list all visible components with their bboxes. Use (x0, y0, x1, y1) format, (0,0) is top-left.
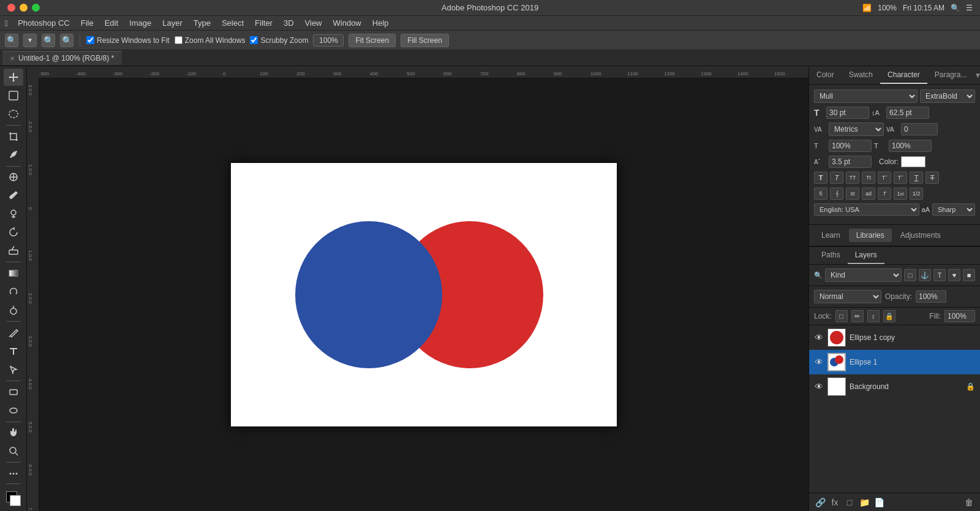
learn-tab[interactable]: Learn (814, 229, 848, 242)
fill-screen-button[interactable]: Fill Screen (401, 34, 449, 47)
eraser-tool[interactable] (4, 242, 23, 259)
menu-select[interactable]: Select (217, 17, 249, 29)
layer-item-background[interactable]: 👁 Background 🔒 (809, 374, 980, 399)
healing-brush-tool[interactable] (4, 169, 23, 186)
menu-view[interactable]: View (300, 17, 327, 29)
ordinal-icon[interactable]: ad (862, 187, 875, 200)
more-tools[interactable] (4, 465, 23, 482)
menu-3d[interactable]: 3D (279, 17, 299, 29)
fit-screen-button[interactable]: Fit Screen (349, 34, 396, 47)
bold-icon[interactable]: T (814, 172, 827, 184)
search-icon[interactable]: 🔍 (951, 4, 960, 12)
layer-item-ellipse1copy[interactable]: 👁 Ellipse 1 copy (809, 325, 980, 350)
tracking-method-select[interactable]: Metrics (829, 123, 884, 136)
scale-v-input[interactable] (889, 140, 932, 152)
brush-tool[interactable] (4, 187, 23, 204)
zoom-dropdown-icon[interactable]: ▼ (23, 34, 37, 47)
language-select[interactable]: English: USA (814, 203, 919, 216)
font-size-input[interactable] (826, 107, 869, 119)
subscript-icon[interactable]: Tˇ (894, 172, 907, 184)
menu-layer[interactable]: Layer (157, 17, 187, 29)
italic-icon[interactable]: T (830, 172, 843, 184)
lock-all-icon[interactable]: 🔒 (883, 310, 895, 322)
crop-tool[interactable] (4, 128, 23, 145)
resize-windows-checkbox[interactable]: Resize Windows to Fit (86, 36, 170, 45)
ellipse-tool[interactable] (4, 402, 23, 419)
oldstyle-icon[interactable]: st (846, 187, 859, 200)
history-brush-tool[interactable] (4, 224, 23, 241)
type-tool[interactable] (4, 343, 23, 360)
apple-menu[interactable]:  (5, 18, 8, 28)
filter-adjust-icon[interactable]: ⚓ (919, 269, 931, 281)
maximize-button[interactable] (32, 4, 40, 12)
menu-icon[interactable]: ☰ (966, 4, 973, 12)
menu-filter[interactable]: Filter (250, 17, 277, 29)
delete-layer-icon[interactable]: 🗑 (963, 496, 975, 509)
menu-window[interactable]: Window (328, 17, 366, 29)
menu-image[interactable]: Image (124, 17, 156, 29)
zoom-in-icon[interactable]: 🔍 (42, 34, 55, 47)
zoom-out-icon[interactable]: 🔍 (60, 34, 74, 47)
clone-stamp-tool[interactable] (4, 205, 23, 222)
menu-photoshop[interactable]: Photoshop CC (13, 17, 75, 29)
blur-tool[interactable] (4, 283, 23, 300)
filter-shape-icon[interactable]: ♥ (948, 269, 960, 281)
filter-pixel-icon[interactable]: □ (904, 269, 916, 281)
tab-swatch[interactable]: Swatch (842, 67, 880, 84)
filter-kind-select[interactable]: Kind (825, 268, 902, 282)
layer-visibility-background[interactable]: 👁 (814, 382, 824, 392)
smallcaps-icon[interactable]: Tt (862, 172, 875, 184)
document-tab[interactable]: ✕ Untitled-1 @ 100% (RGB/8) * (2, 51, 122, 65)
leading-input[interactable] (886, 107, 929, 119)
tab-paragraph[interactable]: Paragra... (927, 67, 974, 84)
new-layer-icon[interactable]: 📄 (873, 496, 885, 509)
menu-type[interactable]: Type (189, 17, 216, 29)
swash-icon[interactable]: T (878, 187, 891, 200)
zoom-tool[interactable] (4, 442, 23, 460)
zoom-all-windows-checkbox[interactable]: Zoom All Windows (175, 36, 246, 45)
tab-character[interactable]: Character (880, 67, 927, 84)
scrubby-zoom-checkbox[interactable]: Scrubby Zoom (250, 36, 308, 45)
adjustments-tab[interactable]: Adjustments (893, 229, 948, 242)
layer-visibility-ellipse1[interactable]: 👁 (814, 357, 824, 367)
underline-icon[interactable]: T (910, 172, 923, 184)
eyedropper-tool[interactable] (4, 146, 23, 164)
ligature-icon[interactable]: fi (814, 187, 827, 200)
strikethrough-icon[interactable]: T (925, 172, 939, 184)
menu-file[interactable]: File (76, 17, 99, 29)
baseline-input[interactable] (829, 156, 872, 168)
zoom-tool-icon[interactable]: 🔍 (5, 34, 18, 47)
paths-tab[interactable]: Paths (814, 247, 848, 264)
rectangle-tool[interactable] (4, 384, 23, 401)
lock-position-icon[interactable]: ↕ (867, 310, 880, 322)
filter-type-icon[interactable]: T (933, 269, 946, 281)
font-family-select[interactable]: Muli (814, 89, 918, 103)
tab-close-icon[interactable]: ✕ (10, 55, 15, 62)
layer-visibility-ellipse1copy[interactable]: 👁 (814, 333, 824, 343)
zoom-percentage-input[interactable]: 100% (313, 34, 344, 47)
tab-color[interactable]: Color (809, 67, 842, 84)
menu-help[interactable]: Help (368, 17, 394, 29)
pen-tool[interactable] (4, 324, 23, 341)
add-style-icon[interactable]: fx (829, 496, 841, 509)
gradient-tool[interactable] (4, 265, 23, 282)
menu-edit[interactable]: Edit (100, 17, 123, 29)
filter-smart-icon[interactable]: ■ (963, 269, 975, 281)
opacity-input[interactable] (916, 290, 946, 303)
title-icon[interactable]: 1st (894, 187, 907, 200)
font-weight-select[interactable]: ExtraBold (920, 89, 975, 103)
path-selection-tool[interactable] (4, 361, 23, 378)
blend-mode-select[interactable]: Normal Multiply Screen Overlay (814, 290, 881, 303)
std-ligature-icon[interactable]: 𝄞 (830, 187, 843, 200)
dodge-tool[interactable] (4, 301, 23, 319)
layers-tab[interactable]: Layers (848, 247, 884, 264)
color-swatches[interactable] (4, 489, 23, 506)
link-layers-icon[interactable]: 🔗 (814, 496, 826, 509)
anti-alias-select[interactable]: Sharp Crisp Strong Smooth None (932, 203, 975, 216)
panel-collapse-icon[interactable]: ▼ (974, 71, 980, 80)
close-button[interactable] (7, 4, 15, 12)
lock-image-icon[interactable]: ✏ (851, 310, 864, 322)
add-mask-icon[interactable]: □ (843, 496, 856, 509)
hand-tool[interactable] (4, 424, 23, 441)
minimize-button[interactable] (20, 4, 28, 12)
